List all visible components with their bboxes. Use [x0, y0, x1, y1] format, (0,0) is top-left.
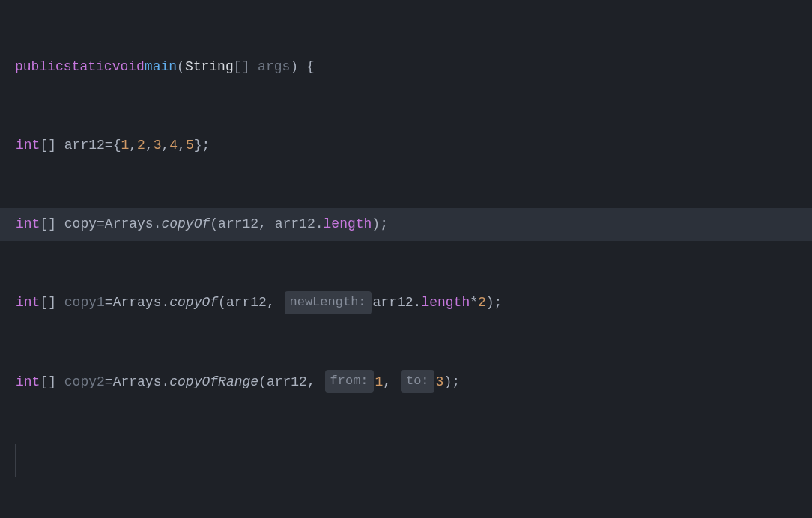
method-copyof: copyOf	[161, 213, 210, 236]
class-arrays: Arrays	[105, 213, 154, 236]
var-copy2: copy2	[64, 371, 105, 394]
parameter-hint-from: from:	[325, 370, 374, 393]
code-line[interactable]: public static void main(String[] args) {	[0, 50, 812, 83]
literal: 3	[154, 134, 162, 157]
literal: 1	[375, 371, 384, 394]
literal: 4	[169, 134, 178, 157]
literal: 2	[137, 134, 145, 157]
keyword-int: int	[16, 371, 40, 394]
code-line[interactable]: int [] arr12 = {1,2,3,4,5};	[0, 129, 812, 162]
var-copy1: copy1	[64, 291, 105, 314]
arg: arr12	[218, 213, 258, 236]
class-arrays: Arrays	[113, 371, 162, 394]
code-line[interactable]: int [] copy2 = Arrays.copyOfRange(arr12,…	[0, 365, 812, 398]
prop-length: length	[421, 291, 470, 314]
code-editor[interactable]: public static void main(String[] args) {…	[0, 4, 812, 518]
keyword-int: int	[16, 213, 40, 236]
keyword-void: void	[112, 55, 145, 79]
type-string: String	[185, 55, 234, 79]
keyword-int: int	[16, 134, 40, 157]
prop-length: length	[324, 213, 372, 236]
arg: arr12	[275, 213, 315, 236]
parameter-hint: newLength:	[285, 291, 372, 314]
method-name-main: main	[145, 55, 177, 79]
keyword-int: int	[16, 291, 40, 314]
keyword-public: public	[15, 55, 64, 79]
method-copyof: copyOf	[169, 291, 218, 314]
var-arr12: arr12	[64, 134, 105, 157]
code-line[interactable]: int [] copy1 = Arrays.copyOf(arr12, newL…	[0, 287, 812, 320]
literal: 1	[121, 134, 129, 157]
arg: arr12	[267, 371, 307, 394]
literal: 3	[436, 371, 444, 394]
code-line-highlighted[interactable]: int [] copy = Arrays.copyOf(arr12, arr12…	[0, 208, 812, 241]
keyword-static: static	[64, 55, 112, 79]
literal: 2	[478, 291, 486, 314]
literal: 5	[186, 134, 194, 157]
var-copy: copy	[64, 213, 97, 236]
class-arrays: Arrays	[113, 291, 162, 314]
arg: arr12	[373, 291, 413, 314]
method-copyofrange: copyOfRange	[169, 371, 258, 394]
parameter-hint-to: to:	[401, 370, 434, 393]
arg: arr12	[226, 291, 267, 314]
param-args: args	[258, 55, 290, 79]
code-line-blank[interactable]	[0, 444, 812, 477]
